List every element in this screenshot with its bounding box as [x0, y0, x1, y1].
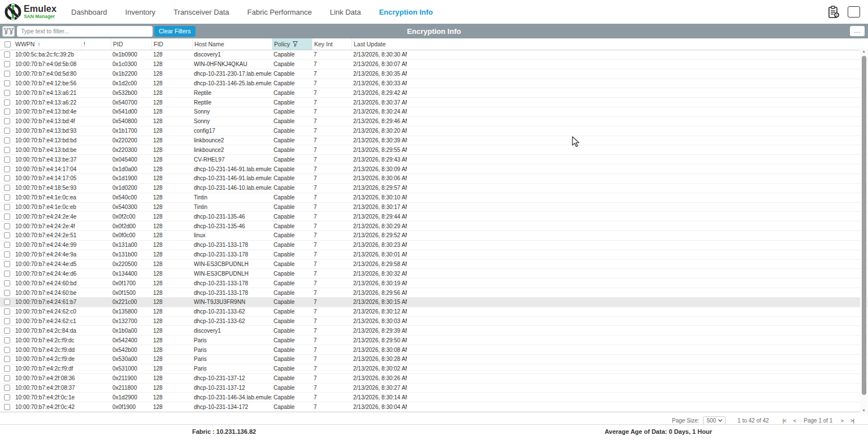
row-checkbox[interactable]	[4, 261, 10, 267]
row-checkbox[interactable]	[4, 147, 10, 153]
row-checkbox[interactable]	[4, 166, 10, 172]
nav-item-link-data[interactable]: Link Data	[321, 8, 370, 16]
table-row[interactable]: 10:00:70:b7:e4:1e:0c:ea 0x540c00 128 Tin…	[0, 193, 868, 203]
first-page-button[interactable]: |<	[781, 417, 788, 424]
table-row[interactable]: 10:00:70:b7:e4:24:4e:99 0x131a00 128 dhc…	[0, 241, 868, 250]
table-row[interactable]: 10:00:70:b7:e4:13:a6:22 0x540700 128 Rep…	[0, 98, 868, 107]
table-row[interactable]: 10:00:5c:ba:2c:fc:39:2b 0x1b0900 128 dis…	[0, 50, 868, 60]
row-checkbox[interactable]	[4, 128, 10, 134]
filter-text-input[interactable]	[17, 26, 153, 37]
table-row[interactable]: 10:00:70:b7:e4:24:2e:4e 0x0f2c00 128 dhc…	[0, 212, 868, 221]
column-header-last-update[interactable]: Last Update	[351, 38, 407, 50]
row-checkbox[interactable]	[4, 404, 10, 410]
page-size-select[interactable]: 500	[703, 416, 726, 425]
nav-item-inventory[interactable]: Inventory	[116, 8, 164, 16]
row-checkbox[interactable]	[4, 175, 10, 181]
scrollbar-thumb[interactable]	[862, 56, 866, 395]
row-checkbox[interactable]	[4, 156, 10, 163]
nav-item-encryption-info[interactable]: Encryption Info	[370, 8, 442, 16]
column-header-fid[interactable]: FID	[151, 38, 192, 50]
table-row[interactable]: 10:00:70:b7:e4:24:2e:4f 0x0f2d00 128 dhc…	[0, 221, 868, 231]
table-row[interactable]: 10:00:70:b7:e4:12:be:56 0x1d2c00 128 dhc…	[0, 79, 868, 89]
row-checkbox[interactable]	[4, 290, 10, 296]
row-checkbox[interactable]	[4, 365, 10, 372]
table-row[interactable]: 10:00:70:b7:e4:2f:0c:1e 0x1d2900 128 dhc…	[0, 393, 868, 402]
row-checkbox[interactable]	[4, 385, 10, 391]
scroll-up-icon[interactable]: ▲	[860, 48, 867, 55]
table-row[interactable]: 10:00:70:b7:e4:24:4e:d5 0x220500 128 WIN…	[0, 260, 868, 269]
row-checkbox[interactable]	[4, 356, 10, 362]
nav-item-transceiver-data[interactable]: Transceiver Data	[164, 8, 238, 16]
row-checkbox[interactable]	[4, 185, 10, 191]
table-row[interactable]: 10:00:70:b7:e4:24:4e:d6 0x134400 128 WIN…	[0, 269, 868, 278]
row-checkbox[interactable]	[4, 328, 10, 334]
table-row[interactable]: 10:00:70:b7:e4:24:60:be 0x0f1500 128 dhc…	[0, 288, 868, 298]
previous-page-button[interactable]: <	[792, 417, 798, 424]
table-row[interactable]: 10:00:70:b7:e4:14:17:04 0x1d0a00 128 dhc…	[0, 164, 868, 174]
nav-item-dashboard[interactable]: Dashboard	[62, 8, 116, 16]
row-checkbox[interactable]	[4, 280, 10, 286]
row-checkbox[interactable]	[4, 251, 10, 258]
scroll-down-icon[interactable]: ▼	[860, 407, 867, 414]
row-checkbox[interactable]	[4, 204, 10, 210]
hamburger-menu-icon[interactable]	[848, 6, 860, 18]
row-checkbox[interactable]	[4, 337, 10, 343]
row-checkbox[interactable]	[4, 71, 10, 77]
row-checkbox[interactable]	[4, 80, 10, 86]
row-checkbox[interactable]	[4, 137, 10, 143]
row-checkbox[interactable]	[4, 271, 10, 277]
table-row[interactable]: 10:00:70:b7:e4:18:5e:93 0x1d0200 128 dhc…	[0, 184, 868, 193]
column-header-alert[interactable]: !	[81, 38, 111, 50]
row-checkbox[interactable]	[4, 51, 10, 58]
row-checkbox[interactable]	[4, 318, 10, 324]
table-row[interactable]: 10:00:70:b7:e4:2c:f9:dd 0x542b00 128 Par…	[0, 345, 868, 355]
table-row[interactable]: 10:00:70:b7:e4:2f:0c:42 0x0f1900 128 dhc…	[0, 402, 868, 412]
table-row[interactable]: 10:00:70:b7:e4:24:60:bd 0x0f1700 128 dhc…	[0, 278, 868, 288]
table-row[interactable]: 10:00:70:b7:e4:13:bd:4f 0x540800 128 Son…	[0, 117, 868, 127]
table-row[interactable]: 10:00:70:b7:e4:13:bd:93 0x1b1700 128 con…	[0, 127, 868, 136]
row-checkbox[interactable]	[4, 308, 10, 315]
table-row[interactable]: 10:00:70:b7:e4:14:17:05 0x1d1900 128 dhc…	[0, 174, 868, 184]
table-row[interactable]: 10:00:70:b7:e4:2f:08:37 0x211800 128 dhc…	[0, 384, 868, 393]
table-row[interactable]: 10:00:70:b7:e4:24:2e:51 0x0f0c00 128 lin…	[0, 231, 868, 241]
table-row[interactable]: 10:00:70:b7:e4:2c:f9:de 0x530a00 128 Par…	[0, 355, 868, 364]
table-row[interactable]: 10:00:70:b7:e4:24:62:c1 0x132700 128 dhc…	[0, 317, 868, 327]
table-row[interactable]: 10:00:70:b7:e4:2c:f9:dc 0x542400 128 Par…	[0, 336, 868, 345]
row-checkbox[interactable]	[4, 61, 10, 67]
column-header-host-name[interactable]: Host Name	[192, 38, 272, 50]
vertical-scrollbar[interactable]: ▲ ▼	[860, 48, 867, 414]
table-row[interactable]: 10:00:70:b7:e4:24:62:c0 0x135800 128 dhc…	[0, 307, 868, 317]
table-row[interactable]: 10:00:70:b7:e4:24:61:b7 0x221c00 128 WIN…	[0, 298, 868, 307]
row-checkbox[interactable]	[4, 375, 10, 381]
last-page-button[interactable]: >|	[849, 417, 856, 424]
row-checkbox[interactable]	[4, 394, 10, 401]
row-checkbox[interactable]	[4, 223, 10, 229]
table-row[interactable]: 10:00:70:b7:e4:0d:5d:80 0x1b2200 128 dhc…	[0, 69, 868, 79]
table-row[interactable]: 10:00:70:b7:e4:2c:f9:df 0x531000 128 Par…	[0, 364, 868, 374]
table-row[interactable]: 10:00:70:b7:e4:2c:84:da 0x1b0a00 128 dis…	[0, 326, 868, 336]
row-checkbox[interactable]	[4, 194, 10, 201]
next-page-button[interactable]: >	[839, 417, 845, 424]
column-header-policy[interactable]: Policy	[272, 38, 312, 50]
table-row[interactable]: 10:00:70:b7:e4:13:be:37 0x045400 128 CV-…	[0, 155, 868, 164]
row-checkbox[interactable]	[4, 118, 10, 124]
column-header-pid[interactable]: PID	[111, 38, 151, 50]
table-row[interactable]: 10:00:70:b7:e4:2f:08:36 0x211900 128 dhc…	[0, 374, 868, 384]
clear-filters-button[interactable]: Clear Filters	[154, 26, 196, 37]
select-all-checkbox[interactable]	[5, 41, 11, 47]
table-row[interactable]: 10:00:70:b7:e4:13:bd:bd 0x220200 128 lin…	[0, 136, 868, 146]
row-checkbox[interactable]	[4, 108, 10, 115]
table-row[interactable]: 10:00:70:b7:e4:0d:5b:08 0x1c0300 128 WIN…	[0, 60, 868, 69]
row-checkbox[interactable]	[4, 99, 10, 106]
row-checkbox[interactable]	[4, 242, 10, 248]
row-checkbox[interactable]	[4, 232, 10, 238]
table-row[interactable]: 10:00:70:b7:e4:1e:0c:eb 0x540300 128 Tin…	[0, 203, 868, 212]
row-checkbox[interactable]	[4, 90, 10, 96]
row-checkbox[interactable]	[4, 347, 10, 353]
emulex-logo[interactable]: Emulex SAN Manager	[5, 3, 57, 20]
nav-item-fabric-performance[interactable]: Fabric Performance	[238, 8, 321, 16]
more-options-button[interactable]: ...	[850, 26, 865, 36]
row-checkbox[interactable]	[4, 299, 10, 305]
report-settings-icon[interactable]	[828, 6, 840, 19]
table-row[interactable]: 10:00:70:b7:e4:13:bd:be 0x220300 128 lin…	[0, 145, 868, 155]
